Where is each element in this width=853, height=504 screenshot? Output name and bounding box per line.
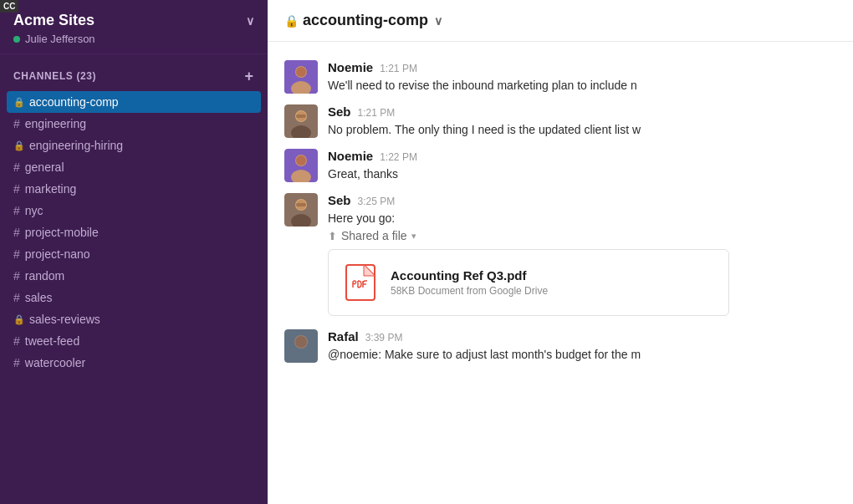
- sidebar-item-tweet-feed[interactable]: # tweet-feed: [0, 330, 268, 352]
- hash-icon: #: [13, 269, 20, 283]
- hash-icon: #: [13, 247, 20, 261]
- svg-rect-17: [296, 203, 306, 206]
- workspace-name[interactable]: Acme Sites ∨: [13, 12, 254, 29]
- shared-file-indicator: ⬆ Shared a file ▾: [328, 229, 836, 242]
- table-row: Seb 3:25 PM Here you go: ⬆ Shared a file…: [268, 188, 853, 324]
- lock-icon: 🔒: [13, 140, 25, 151]
- hash-icon: #: [13, 117, 20, 130]
- channels-section-header: CHANNELS (23) +: [0, 68, 268, 91]
- table-row: Noemie 1:22 PM Great, thanks: [268, 144, 853, 188]
- channel-name-label: sales: [25, 291, 53, 304]
- table-row: Rafal 3:39 PM @noemie: Make sure to adju…: [268, 324, 853, 369]
- add-channel-button[interactable]: +: [241, 68, 258, 84]
- sidebar-item-accounting-comp[interactable]: 🔒 accounting-comp: [7, 91, 261, 113]
- channel-name-label: marketing: [25, 182, 76, 196]
- file-attachment[interactable]: Accounting Ref Q3.pdf 58KB Document from…: [328, 249, 729, 316]
- sidebar-item-engineering[interactable]: # engineering: [0, 113, 268, 135]
- avatar: [284, 329, 318, 363]
- sidebar-item-random[interactable]: # random: [0, 265, 268, 287]
- sidebar-item-sales[interactable]: # sales: [0, 287, 268, 308]
- channel-header: 🔒 accounting-comp ∨: [268, 0, 853, 42]
- workspace-header: Acme Sites ∨ Julie Jefferson: [0, 0, 268, 54]
- file-name: Accounting Ref Q3.pdf: [391, 268, 715, 283]
- channel-name-label: random: [25, 269, 64, 283]
- cloud-upload-icon: ⬆: [328, 230, 337, 242]
- sidebar-item-watercooler[interactable]: # watercooler: [0, 352, 268, 374]
- message-header: Seb 3:25 PM: [328, 193, 836, 207]
- message-author: Noemie: [328, 60, 373, 74]
- message-text: Here you go:: [328, 210, 836, 227]
- sidebar-item-general[interactable]: # general: [0, 156, 268, 178]
- avatar: [284, 104, 318, 138]
- svg-point-3: [296, 67, 306, 77]
- username-label: Julie Jefferson: [25, 33, 95, 45]
- online-status-dot: [13, 36, 20, 43]
- hash-icon: #: [13, 334, 20, 348]
- channel-name: accounting-comp: [303, 12, 428, 29]
- avatar: [284, 149, 318, 182]
- lock-icon: 🔒: [13, 314, 25, 325]
- channel-name-label: watercooler: [25, 356, 85, 369]
- main-content: 🔒 accounting-comp ∨: [268, 0, 853, 504]
- message-author: Seb: [328, 193, 351, 207]
- svg-point-12: [296, 155, 306, 165]
- messages-area: Noemie 1:21 PM We'll need to revise the …: [268, 42, 853, 504]
- message-body: Noemie 1:22 PM Great, thanks: [328, 149, 836, 183]
- message-header: Noemie 1:21 PM: [328, 60, 836, 74]
- sidebar-item-marketing[interactable]: # marketing: [0, 178, 268, 200]
- sidebar-item-engineering-hiring[interactable]: 🔒 engineering-hiring: [0, 135, 268, 156]
- file-info: Accounting Ref Q3.pdf 58KB Document from…: [391, 268, 715, 297]
- avatar: [284, 60, 318, 94]
- message-time: 1:21 PM: [380, 63, 417, 74]
- channel-name-label: project-nano: [25, 247, 90, 261]
- file-icon-wrapper: [342, 262, 379, 303]
- message-header: Noemie 1:22 PM: [328, 149, 836, 163]
- channel-name-label: sales-reviews: [29, 313, 100, 326]
- table-row: Noemie 1:21 PM We'll need to revise the …: [268, 55, 853, 99]
- channel-name-label: nyc: [25, 204, 43, 217]
- channels-count-label: CHANNELS (23): [13, 70, 96, 82]
- hash-icon: #: [13, 356, 20, 369]
- channel-dropdown-icon[interactable]: ∨: [434, 14, 442, 28]
- channel-lock-icon: 🔒: [284, 14, 299, 28]
- sidebar-item-nyc[interactable]: # nyc: [0, 200, 268, 221]
- hash-icon: #: [13, 182, 20, 196]
- lock-icon: 🔒: [13, 97, 25, 108]
- message-header: Rafal 3:39 PM: [328, 329, 836, 344]
- user-status: Julie Jefferson: [13, 33, 254, 45]
- sidebar-item-project-mobile[interactable]: # project-mobile: [0, 221, 268, 243]
- message-author: Seb: [328, 104, 351, 119]
- sidebar: Acme Sites ∨ Julie Jefferson CHANNELS (2…: [0, 0, 268, 504]
- channel-name-label: engineering: [25, 117, 86, 130]
- channels-section: CHANNELS (23) + 🔒 accounting-comp # engi…: [0, 54, 268, 504]
- hash-icon: #: [13, 160, 20, 174]
- shared-file-dropdown-icon[interactable]: ▾: [411, 231, 416, 242]
- channel-name-label: engineering-hiring: [29, 139, 123, 152]
- channel-name-label: project-mobile: [25, 226, 99, 239]
- message-body: Seb 1:21 PM No problem. The only thing I…: [328, 104, 836, 139]
- workspace-title: Acme Sites: [13, 12, 94, 29]
- hash-icon: #: [13, 226, 20, 239]
- hash-icon: #: [13, 204, 20, 217]
- channel-name-label: accounting-comp: [29, 95, 119, 109]
- table-row: Seb 1:21 PM No problem. The only thing I…: [268, 99, 853, 144]
- shared-file-label: Shared a file: [341, 229, 407, 242]
- cc-badge: CC: [0, 0, 18, 13]
- message-author: Rafal: [328, 329, 359, 344]
- hash-icon: #: [13, 291, 20, 304]
- message-header: Seb 1:21 PM: [328, 104, 836, 119]
- message-text: Great, thanks: [328, 165, 836, 183]
- avatar: [284, 193, 318, 227]
- svg-rect-8: [296, 115, 306, 118]
- message-author: Noemie: [328, 149, 373, 163]
- message-body: Noemie 1:21 PM We'll need to revise the …: [328, 60, 836, 94]
- message-time: 3:39 PM: [365, 332, 403, 344]
- sidebar-item-project-nano[interactable]: # project-nano: [0, 243, 268, 265]
- message-text: @noemie: Make sure to adjust last month'…: [328, 346, 836, 364]
- file-meta: 58KB Document from Google Drive: [391, 285, 715, 297]
- workspace-chevron-icon[interactable]: ∨: [246, 14, 254, 28]
- sidebar-item-sales-reviews[interactable]: 🔒 sales-reviews: [0, 308, 268, 330]
- message-body: Rafal 3:39 PM @noemie: Make sure to adju…: [328, 329, 836, 364]
- channel-name-label: general: [25, 160, 64, 174]
- message-body: Seb 3:25 PM Here you go: ⬆ Shared a file…: [328, 193, 836, 319]
